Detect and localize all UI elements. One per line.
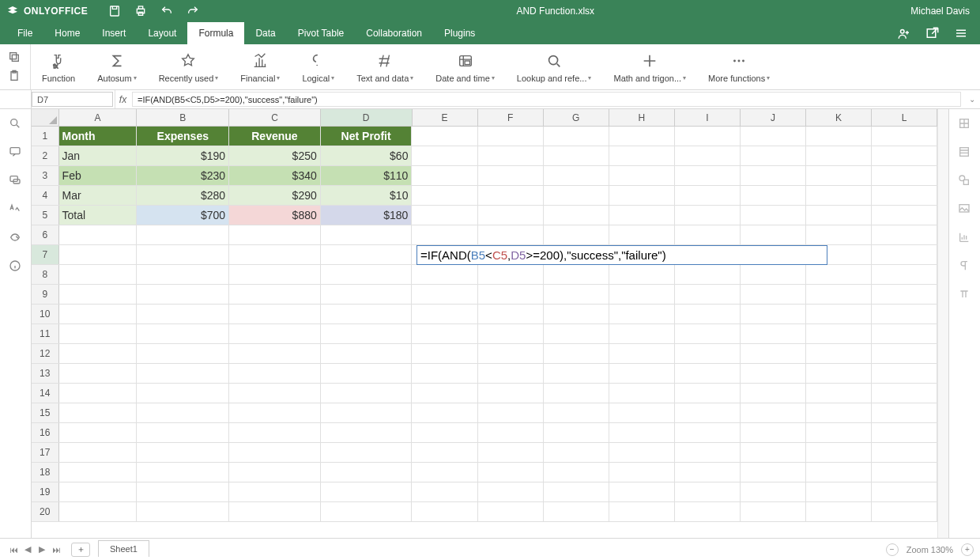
- about-icon[interactable]: [9, 259, 23, 274]
- cell[interactable]: [412, 443, 477, 462]
- cell[interactable]: [544, 186, 609, 205]
- cell[interactable]: [544, 127, 609, 146]
- cell[interactable]: [609, 324, 675, 343]
- cell[interactable]: [872, 166, 937, 185]
- spreadsheet-grid[interactable]: ABCDEFGHIJKL1MonthExpensesRevenueNet Pro…: [32, 109, 937, 538]
- col-header-A[interactable]: A: [59, 109, 138, 126]
- cell[interactable]: [412, 225, 477, 244]
- select-all-corner[interactable]: [32, 109, 59, 126]
- cell[interactable]: [412, 364, 477, 383]
- cell[interactable]: [59, 265, 138, 284]
- zoom-label[interactable]: Zoom 130%: [906, 545, 953, 554]
- cell[interactable]: [137, 502, 229, 521]
- cell[interactable]: [412, 265, 477, 284]
- cell[interactable]: [321, 443, 413, 462]
- cell[interactable]: [544, 423, 609, 442]
- cell[interactable]: [321, 423, 413, 442]
- cell[interactable]: [872, 364, 937, 383]
- cell[interactable]: [609, 364, 675, 383]
- cell[interactable]: [609, 305, 675, 324]
- row-header-3[interactable]: 3: [32, 166, 59, 185]
- cell[interactable]: $340: [229, 166, 321, 185]
- row-header-15[interactable]: 15: [32, 403, 59, 422]
- cell[interactable]: [741, 403, 806, 422]
- copy-icon[interactable]: [8, 51, 22, 65]
- row-header-1[interactable]: 1: [32, 127, 59, 146]
- cell[interactable]: [806, 324, 872, 343]
- cell[interactable]: [741, 285, 806, 304]
- cell[interactable]: $880: [229, 206, 321, 225]
- cell[interactable]: [137, 443, 229, 462]
- cell[interactable]: [412, 384, 477, 403]
- col-header-G[interactable]: G: [544, 109, 609, 126]
- cell[interactable]: [412, 502, 477, 521]
- cell[interactable]: [741, 384, 806, 403]
- cell[interactable]: [544, 403, 609, 422]
- cell[interactable]: [321, 285, 413, 304]
- cell[interactable]: [609, 127, 675, 146]
- cell[interactable]: $280: [137, 186, 229, 205]
- cell[interactable]: [59, 344, 138, 363]
- cell[interactable]: [544, 305, 609, 324]
- row-header-2[interactable]: 2: [32, 146, 59, 165]
- cell[interactable]: [675, 265, 741, 284]
- menu-formula[interactable]: Formula: [187, 22, 244, 44]
- cell[interactable]: [609, 403, 675, 422]
- cell[interactable]: [741, 166, 806, 185]
- cell[interactable]: [59, 463, 138, 482]
- row-header-18[interactable]: 18: [32, 463, 59, 482]
- cell[interactable]: [478, 364, 544, 383]
- find-icon[interactable]: [9, 117, 23, 131]
- cell[interactable]: [478, 384, 544, 403]
- cell[interactable]: $290: [229, 186, 321, 205]
- menu-insert[interactable]: Insert: [91, 22, 137, 44]
- cell[interactable]: [741, 225, 806, 244]
- cell[interactable]: [478, 305, 544, 324]
- cell[interactable]: [412, 206, 477, 225]
- cell[interactable]: [544, 344, 609, 363]
- row-header-8[interactable]: 8: [32, 265, 59, 284]
- cell[interactable]: [229, 245, 321, 264]
- cell[interactable]: [544, 225, 609, 244]
- cell[interactable]: [544, 146, 609, 165]
- cell[interactable]: [872, 127, 937, 146]
- cell[interactable]: [59, 225, 138, 244]
- cell[interactable]: [675, 225, 741, 244]
- cell[interactable]: [59, 364, 138, 383]
- cell[interactable]: $250: [229, 146, 321, 165]
- row-header-17[interactable]: 17: [32, 443, 59, 462]
- cell[interactable]: [478, 403, 544, 422]
- row-header-11[interactable]: 11: [32, 324, 59, 343]
- cell[interactable]: [741, 344, 806, 363]
- cell[interactable]: [137, 225, 229, 244]
- cell[interactable]: $60: [321, 146, 413, 165]
- ribbon-lookup-and-refe-[interactable]: Lookup and refe...▾: [506, 44, 603, 89]
- cell[interactable]: [544, 482, 609, 501]
- cell[interactable]: [229, 463, 321, 482]
- table-settings-icon[interactable]: [958, 146, 972, 160]
- cell[interactable]: [544, 324, 609, 343]
- row-header-9[interactable]: 9: [32, 285, 59, 304]
- cell[interactable]: [675, 324, 741, 343]
- cell[interactable]: [229, 482, 321, 501]
- cell[interactable]: [872, 482, 937, 501]
- feedback-icon[interactable]: [9, 231, 23, 245]
- cell[interactable]: [478, 443, 544, 462]
- sheet-nav-next-icon[interactable]: ▶: [35, 544, 49, 554]
- name-box[interactable]: D7: [32, 92, 113, 107]
- col-header-E[interactable]: E: [413, 109, 478, 126]
- cell[interactable]: [741, 146, 806, 165]
- cell[interactable]: [741, 186, 806, 205]
- ribbon-logical[interactable]: Logical▾: [291, 44, 345, 89]
- cell[interactable]: [478, 146, 544, 165]
- cell[interactable]: $700: [137, 206, 229, 225]
- cell[interactable]: [675, 127, 741, 146]
- cell[interactable]: [806, 186, 872, 205]
- cell[interactable]: [741, 482, 806, 501]
- cell[interactable]: [137, 403, 229, 422]
- cell[interactable]: [137, 364, 229, 383]
- cell[interactable]: [478, 463, 544, 482]
- ribbon-autosum[interactable]: Autosum▾: [86, 44, 147, 89]
- cell[interactable]: [229, 225, 321, 244]
- row-header-10[interactable]: 10: [32, 305, 59, 324]
